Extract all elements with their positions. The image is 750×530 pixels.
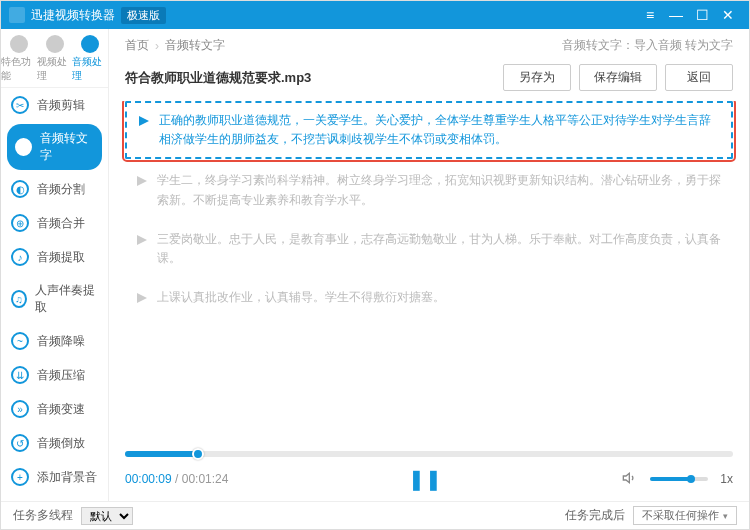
merge-icon: ⊕ [11,214,29,232]
topnav-special[interactable]: 特色功能 [1,35,37,83]
reverse-icon: ↺ [11,434,29,452]
topnav-label: 视频处理 [37,55,73,83]
transcript-segment[interactable]: 上课认真批改作业，认真辅导。学生不得敷衍对搪塞。 [125,280,733,315]
sidebar-item-label: 音频倒放 [37,435,85,452]
sidebar-item-label: 音频转文字 [40,130,94,164]
sidebar-item-label: 音频变速 [37,401,85,418]
maximize-button[interactable]: ☐ [689,7,715,23]
bottom-bar: 任务多线程 默认 任务完成后 不采取任何操作 ▾ [1,501,749,529]
scissors-icon: ✂ [11,96,29,114]
chevron-right-icon: › [155,39,159,53]
segment-text: 正确的教师职业道德规范，一关爱学生。关心爱护，全体学生尊重学生人格平等公正对待学… [159,111,721,149]
sidebar-item-label: 音频提取 [37,249,85,266]
sidebar-item-split[interactable]: ◐音频分割 [1,172,108,206]
split-icon: ◐ [11,180,29,198]
sidebar-item-transcribe[interactable]: ●音频转文字 [7,124,102,170]
duration: 00:01:24 [182,472,229,486]
app-title: 迅捷视频转换器 [31,7,115,24]
back-button[interactable]: 返回 [665,64,733,91]
play-icon [137,114,151,128]
save-edit-button[interactable]: 保存编辑 [579,64,657,91]
after-complete-value: 不采取任何操作 [642,508,719,523]
player: 00:00:09 / 00:01:24 ❚❚ 1x [109,443,749,501]
volume-thumb[interactable] [687,475,695,483]
app-logo-icon [9,7,25,23]
transcript-segment[interactable]: 三爱岗敬业。忠于人民，是教育事业，志存高远勤勉敬业，甘为人梯。乐于奉献。对工作高… [125,222,733,276]
volume-icon[interactable] [622,470,638,489]
speed-icon: » [11,400,29,418]
sidebar-item-label: 人声伴奏提取 [35,282,98,316]
topnav-video[interactable]: 视频处理 [37,35,73,83]
titlebar: 迅捷视频转换器 极速版 ≡ — ☐ ✕ [1,1,749,29]
text-icon: ● [15,138,32,156]
svg-marker-1 [137,176,147,186]
play-icon [135,233,149,247]
player-controls: 00:00:09 / 00:01:24 ❚❚ 1x [125,467,733,491]
sidebar-item-label: 音频剪辑 [37,97,85,114]
close-button[interactable]: ✕ [715,7,741,23]
topnav-label: 音频处理 [72,55,108,83]
after-complete-select[interactable]: 不采取任何操作 ▾ [633,506,737,525]
sidebar-item-bgm[interactable]: +添加背景音 [1,460,108,494]
sidebar-item-denoise[interactable]: ~音频降噪 [1,324,108,358]
volume-fill [650,477,691,481]
main-panel: 首页 › 音频转文字 音频转文字：导入音频 转为文字 符合教师职业道德规范要求.… [109,29,749,501]
mic-icon: ♫ [11,290,27,308]
multithread-label: 任务多线程 [13,507,73,524]
sidebar-item-vocal[interactable]: ♫人声伴奏提取 [1,274,108,324]
minimize-button[interactable]: — [663,7,689,23]
sidebar-item-reverse[interactable]: ↺音频倒放 [1,426,108,460]
sidebar-list: ✂音频剪辑 ●音频转文字 ◐音频分割 ⊕音频合并 ♪音频提取 ♫人声伴奏提取 ~… [1,88,108,501]
multithread-select[interactable]: 默认 [81,507,133,525]
sidebar-item-label: 添加背景音 [37,469,97,486]
sidebar-item-trim[interactable]: ✂音频剪辑 [1,88,108,122]
transcript-segment[interactable]: 学生二，终身学习素尚科学精神。树立终身学习理念，拓宽知识视野更新知识结构。潜心钻… [125,163,733,217]
audio-icon [81,35,99,53]
play-icon [135,291,149,305]
progress-thumb[interactable] [192,448,204,460]
svg-marker-0 [139,116,149,126]
svg-marker-2 [137,235,147,245]
pause-button[interactable]: ❚❚ [408,467,442,491]
segment-text: 上课认真批改作业，认真辅导。学生不得敷衍对搪塞。 [157,288,445,307]
sidebar-item-label: 音频压缩 [37,367,85,384]
sidebar-item-label: 音频合并 [37,215,85,232]
video-icon [46,35,64,53]
file-name: 符合教师职业道德规范要求.mp3 [125,69,495,87]
extract-icon: ♪ [11,248,29,266]
topnav-audio[interactable]: 音频处理 [72,35,108,83]
breadcrumb-current: 音频转文字 [165,37,225,54]
transcript-area: 正确的教师职业道德规范，一关爱学生。关心爱护，全体学生尊重学生人格平等公正对待学… [109,101,749,443]
progress-bar[interactable] [125,451,733,457]
after-complete-label: 任务完成后 [565,507,625,524]
top-nav: 特色功能 视频处理 音频处理 [1,29,108,88]
play-icon [135,174,149,188]
breadcrumb: 首页 › 音频转文字 音频转文字：导入音频 转为文字 [109,29,749,58]
sidebar-item-compress[interactable]: ⇊音频压缩 [1,358,108,392]
save-as-button[interactable]: 另存为 [503,64,571,91]
file-header: 符合教师职业道德规范要求.mp3 另存为 保存编辑 返回 [109,58,749,101]
sidebar-item-label: 音频降噪 [37,333,85,350]
volume-slider[interactable] [650,477,708,481]
sidebar-item-extract[interactable]: ♪音频提取 [1,240,108,274]
settings-icon[interactable]: ≡ [637,7,663,23]
time-display: 00:00:09 / 00:01:24 [125,472,228,486]
topnav-label: 特色功能 [1,55,37,83]
sidebar-item-merge[interactable]: ⊕音频合并 [1,206,108,240]
breadcrumb-root[interactable]: 首页 [125,37,149,54]
chevron-down-icon: ▾ [723,511,728,521]
sidebar-item-label: 音频分割 [37,181,85,198]
transcript-segment[interactable]: 正确的教师职业道德规范，一关爱学生。关心爱护，全体学生尊重学生人格平等公正对待学… [125,101,733,159]
progress-fill [125,451,198,457]
svg-marker-3 [137,293,147,303]
current-time: 00:00:09 [125,472,172,486]
edition-badge: 极速版 [121,7,166,24]
music-icon: + [11,468,29,486]
compress-icon: ⇊ [11,366,29,384]
sidebar-item-speed[interactable]: »音频变速 [1,392,108,426]
speed-button[interactable]: 1x [720,472,733,486]
star-icon [10,35,28,53]
sidebar: 特色功能 视频处理 音频处理 ✂音频剪辑 ●音频转文字 ◐音频分割 ⊕音频合并 … [1,29,109,501]
wave-icon: ~ [11,332,29,350]
segment-text: 三爱岗敬业。忠于人民，是教育事业，志存高远勤勉敬业，甘为人梯。乐于奉献。对工作高… [157,230,723,268]
